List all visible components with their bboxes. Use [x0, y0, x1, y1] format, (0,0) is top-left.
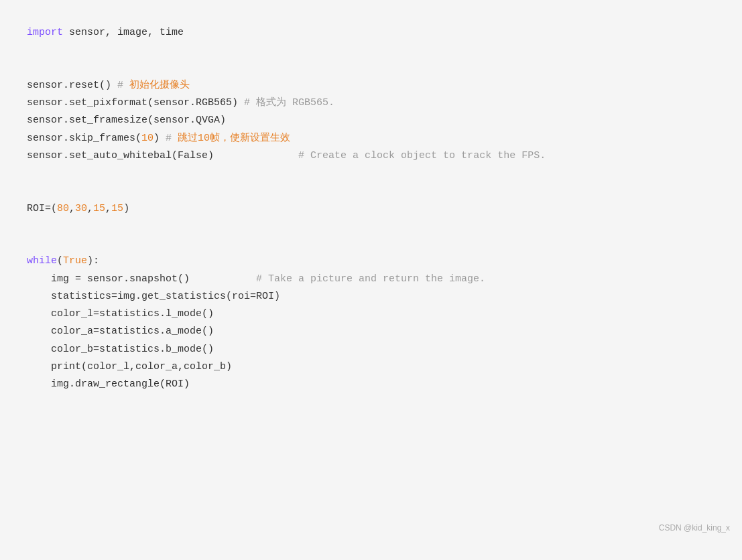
code-line: statistics=img.get_statistics(roi=ROI)	[27, 288, 715, 305]
token-comment: # 格式为 RGB565.	[238, 97, 334, 109]
code-line: sensor.set_framesize(sensor.QVGA)	[27, 112, 715, 129]
code-line: img.draw_rectangle(ROI)	[27, 376, 715, 393]
code-line: sensor.set_auto_whitebal(False) # Create…	[27, 147, 715, 165]
token-plain: .set_pixformat(sensor.RGB565)	[63, 97, 238, 109]
code-line: img = sensor.snapshot() # Take a picture…	[27, 271, 715, 288]
blank-line	[27, 60, 715, 77]
token-num: 30	[75, 203, 87, 214]
token-plain: sensor	[27, 115, 63, 126]
blank-line	[27, 165, 715, 182]
token-plain: sensor	[27, 150, 63, 161]
token-plain: .set_auto_whitebal(False)	[63, 150, 214, 161]
code-line: color_a=statistics.a_mode()	[27, 323, 715, 340]
token-comment: #	[111, 80, 129, 91]
token-plain: .reset()	[63, 80, 111, 91]
token-plain: img.draw_rectangle(ROI)	[27, 378, 190, 390]
token-kw: while	[27, 255, 57, 267]
code-line: color_l=statistics.l_mode()	[27, 305, 715, 323]
token-plain: ):	[87, 255, 99, 267]
token-plain: ,	[105, 203, 111, 214]
token-comment: #	[166, 133, 178, 144]
token-plain: )	[123, 203, 129, 214]
code-line: sensor.set_pixformat(sensor.RGB565) # 格式…	[27, 94, 715, 112]
token-num: 10	[141, 133, 153, 144]
token-plain: sensor	[27, 133, 63, 144]
token-kw: import	[27, 27, 63, 38]
token-comment-cn: 跳过10帧，使新设置生效	[178, 133, 290, 144]
token-comment: # Create a clock object to track the FPS…	[214, 150, 546, 161]
blank-line	[27, 235, 715, 253]
token-plain: img = sensor.snapshot()	[27, 273, 256, 285]
token-plain: ,	[87, 203, 93, 214]
token-plain: statistics=img.get_statistics(roi=ROI)	[27, 291, 280, 302]
token-plain: .skip_frames(	[63, 133, 141, 144]
watermark: CSDN @kid_king_x	[659, 521, 730, 535]
token-plain: ,	[69, 203, 75, 214]
blank-line	[27, 218, 715, 235]
token-num: 80	[57, 203, 69, 214]
code-line: import sensor, image, time	[27, 24, 715, 42]
code-line: while(True):	[27, 253, 715, 270]
token-plain: sensor	[27, 97, 63, 109]
token-num: 15	[111, 203, 123, 214]
token-comment-cn: 初始化摄像头	[129, 80, 190, 91]
token-plain: sensor, image, time	[63, 27, 184, 38]
blank-line	[27, 182, 715, 200]
token-str-val: True	[63, 255, 87, 267]
token-plain: (	[57, 255, 63, 267]
blank-line	[27, 42, 715, 59]
code-line: ROI=(80,30,15,15)	[27, 200, 715, 218]
code-block: import sensor, image, timesensor.reset()…	[27, 24, 715, 393]
code-line: sensor.reset() # 初始化摄像头	[27, 77, 715, 94]
token-plain: ROI=(	[27, 203, 57, 214]
token-plain: .set_framesize(sensor.QVGA)	[63, 115, 226, 126]
token-plain: color_a=statistics.a_mode()	[27, 326, 214, 337]
token-plain: sensor	[27, 80, 63, 91]
code-line: print(color_l,color_a,color_b)	[27, 358, 715, 376]
token-plain: color_b=statistics.b_mode()	[27, 344, 214, 355]
code-line: color_b=statistics.b_mode()	[27, 341, 715, 358]
token-comment: # Take a picture and return the image.	[256, 273, 485, 285]
token-plain: )	[153, 133, 166, 144]
token-plain: print(color_l,color_a,color_b)	[27, 361, 232, 372]
code-container: import sensor, image, timesensor.reset()…	[0, 0, 742, 543]
code-line: sensor.skip_frames(10) # 跳过10帧，使新设置生效	[27, 130, 715, 147]
token-plain: color_l=statistics.l_mode()	[27, 308, 214, 320]
token-num: 15	[93, 203, 105, 214]
